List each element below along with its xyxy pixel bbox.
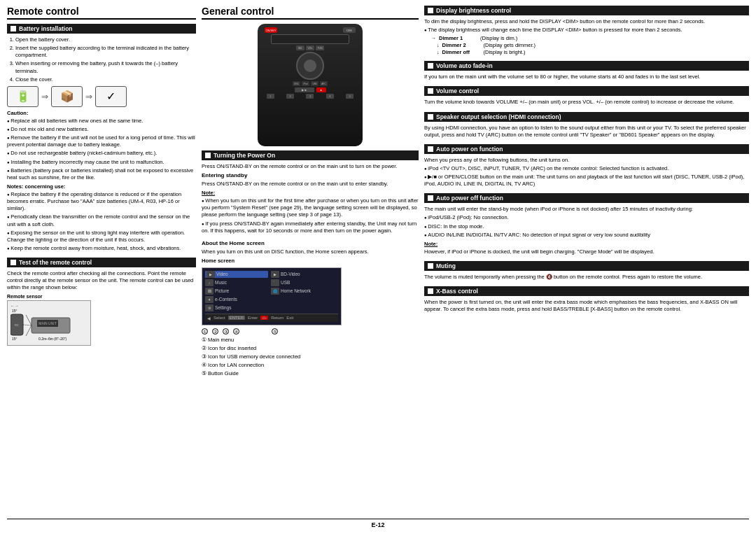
test-para: Check the remote control after checking … [7,270,196,291]
auto-off-3: AUDIO IN/LINE IN/DIGITAL IN/TV ARC: No d… [424,232,749,239]
caution-label: Caution: [7,110,196,117]
home-screen-label: Home screen [202,258,419,265]
arrow-1: ⇒ [41,92,48,101]
battery-steps: Open the battery cover. Insert the suppl… [7,36,196,83]
caution-5: Installing the battery incorrectly may c… [7,159,196,166]
display-intro: To dim the display brightness, press and… [424,18,749,25]
dim-btn: DIM [343,27,356,33]
r-btn-1: SEL [296,45,304,50]
svg-text:MAIN UNIT: MAIN UNIT [38,321,57,325]
home-screen-para: When you turn on this unit on DISC funct… [202,248,419,255]
caution-6: Batteries (battery pack or batteries ins… [7,167,196,181]
hs-econtents: ✦ e-Contents [205,296,268,303]
home-callout-nums: ① ② ③ ④ ⑤ [202,328,419,335]
display-bullet-list: The display brightness will change each … [424,27,749,34]
auto-power-off-header: Auto power off function [424,193,749,203]
test-section: Test of the remote control Check the rem… [7,258,196,346]
dimmer-table: → Dimmer 1 (Display is dim.) ↓ Dimmer 2 … [431,35,749,55]
legend-2: ② Icon for disc inserted [202,345,419,352]
auto-power-on-header: Auto power on function [424,144,749,154]
hs-video-icon: ▶ [206,271,215,278]
r-btn-2: VOL [306,45,314,50]
auto-off-1: iPod/USB-2 (iPod): No connection. [424,214,749,221]
svg-line-7 [26,325,31,336]
volume-control-header: Volume control [424,86,749,96]
hs-music-icon: ♪ [205,279,214,286]
speaker-header: Speaker output selection (HDMI connectio… [424,112,749,122]
battery-images: 🔋 ⇒ 📦 ⇒ ✓ [7,86,196,107]
battery-step-4: Close the cover. [15,76,196,83]
right-column: Display brightness control To dim the di… [424,6,749,516]
volume-fade-header: Volume auto fade-in [424,61,749,71]
page: Remote control Battery installation Open… [0,0,756,534]
home-legends: ① Main menu ② Icon for disc inserted ③ I… [202,337,419,378]
sensor-box: ←→ MAIN UNIT RC [7,300,91,346]
test-header: Test of the remote control [7,258,196,267]
xbass-icon [428,288,433,294]
standby-para: Press ON/STAND-BY on the remote control … [202,181,419,188]
r-btn-3: TUN [316,45,324,50]
volume-fade-icon [428,63,433,69]
auto-off-note-text: However, if iPod or iPhone is docked, th… [424,248,749,255]
volume-control-section: Volume control Turn the volume knob towa… [424,86,749,106]
muting-section: Muting The volume is muted temporarily w… [424,261,749,281]
volume-control-icon [428,88,433,94]
notes-list: Replace the battery if the operating dis… [7,191,196,252]
r-num-1: 1 [267,94,274,99]
sensor-diagram: Remote sensor ←→ MAIN UNIT RC [7,294,196,346]
note-label: Note: [202,190,419,197]
remote-display [271,34,349,44]
note-4: Keep the remote control away from moistu… [7,245,196,252]
turning-on-section: Turning the Power On Press ON/STAND-BY o… [202,150,419,234]
r-stop: ■ [316,87,326,92]
caution-2: Do not mix old and new batteries. [7,126,196,133]
svg-line-6 [26,315,31,325]
mid-col-title: General control [202,6,419,20]
muting-header: Muting [424,261,749,271]
r-sm-3: USB [311,81,318,86]
display-brightness-icon [428,8,433,13]
battery-step-2: Insert the supplied battery according to… [15,45,196,59]
battery-header: Battery installation [7,24,196,34]
turning-on-icon [205,153,211,158]
remote-nav-inner [304,59,316,72]
muting-para: The volume is muted temporarily when pre… [424,274,749,281]
home-screen-mockup: ▶ Video ▶ BD-Video ♪ Music [202,267,419,335]
mid-column: General control ON/SBY DIM SEL VOL TUN [202,6,419,516]
auto-power-on-intro: When you press any of the following butt… [424,157,749,164]
caution-3: Remove the battery if the unit will not … [7,134,196,148]
remote-image-area: ON/SBY DIM SEL VOL TUN DISC iPod [202,24,419,146]
auto-power-off-para: The main unit will enter the stand-by mo… [424,206,749,213]
page-number: E-12 [7,519,749,528]
hs-homenet-icon: 🌐 [271,288,279,295]
auto-power-on-1: iPod <TV OUT>, DISC, INPUT, TUNER, TV (A… [424,165,749,172]
turning-on-header: Turning the Power On [202,150,419,160]
speaker-icon [428,114,433,120]
home-screen-display: ▶ Video ▶ BD-Video ♪ Music [202,267,342,325]
test-header-icon [10,260,16,265]
home-screen-section: About the Home screen When you turn on t… [202,240,419,378]
legend-4: ④ Icon for LAN connection [202,362,419,369]
turning-note-1: When you turn on this unit for the first… [202,197,419,218]
r-num-5: 5 [346,94,354,99]
hs-usb: ⬛ USB [271,279,334,286]
svg-text:15°: 15° [12,309,18,313]
battery-section: Battery installation Open the battery co… [7,24,196,252]
hs-bdvideo: ▶ BD-Video [271,271,334,278]
hs-usb-icon: ⬛ [271,279,279,286]
dimmer-2-desc: (Display gets dimmer.) [484,42,536,48]
r-play: ▶/■ [295,87,314,92]
r-num-2: 2 [286,94,294,99]
hs-picture: 🖼 Picture [205,288,268,295]
battery-header-icon [10,26,16,31]
dimmer-1-desc: (Display is dim.) [480,35,517,41]
home-screen-heading: About the Home screen [202,240,419,248]
caution-4: Do not use rechargeable battery (nickel-… [7,150,196,157]
caution-1: Replace all old batteries with new ones … [7,118,196,125]
hs-music: ♪ Music [205,279,268,286]
turning-notes: When you turn on this unit for the first… [202,197,419,234]
auto-power-on-2: ▶/■ or OPEN/CLOSE button on the main uni… [424,174,749,188]
turning-on-para: Press ON/STAND-BY on the remote control … [202,163,419,170]
callout-2: ② [212,328,218,335]
note-3: Exposing the sensor on the unit to stron… [7,230,196,244]
